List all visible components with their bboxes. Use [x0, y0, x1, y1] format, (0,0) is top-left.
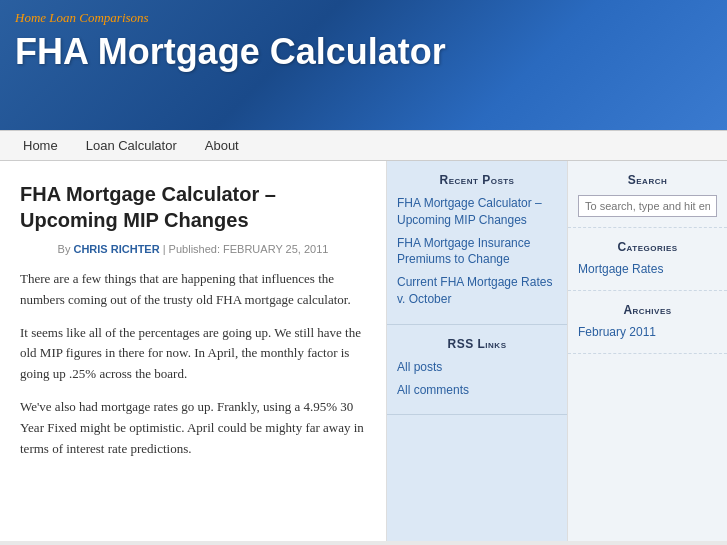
meta-author[interactable]: CHRIS RICHTER [73, 243, 159, 255]
recent-post-0[interactable]: FHA Mortgage Calculator – Upcoming MIP C… [397, 195, 557, 229]
archives-section: Archives February 2011 [568, 291, 727, 354]
left-sidebar: Recent Posts FHA Mortgage Calculator – U… [387, 161, 567, 541]
paragraph-2: It seems like all of the percentages are… [20, 323, 366, 385]
rss-section: RSS Links All posts All comments [387, 325, 567, 416]
main-nav: Home Loan Calculator About [0, 130, 727, 161]
nav-item-about[interactable]: About [192, 131, 252, 160]
archives-title: Archives [578, 303, 717, 317]
site-title: FHA Mortgage Calculator [15, 31, 712, 73]
recent-posts-title: Recent Posts [397, 173, 557, 187]
paragraph-3: We've also had mortgage rates go up. Fra… [20, 397, 366, 459]
rss-title: RSS Links [397, 337, 557, 351]
main-container: FHA Mortgage Calculator – Upcoming MIP C… [0, 161, 727, 541]
site-header: Home Loan Comparisons FHA Mortgage Calcu… [0, 0, 727, 130]
article-body: There are a few things that are happenin… [20, 269, 366, 459]
paragraph-1: There are a few things that are happenin… [20, 269, 366, 311]
search-input[interactable] [578, 195, 717, 217]
meta-by: By [58, 243, 74, 255]
categories-title: Categories [578, 240, 717, 254]
recent-posts-section: Recent Posts FHA Mortgage Calculator – U… [387, 161, 567, 325]
recent-post-2[interactable]: Current FHA Mortgage Rates v. October [397, 274, 557, 308]
site-tagline: Home Loan Comparisons [15, 10, 712, 26]
article-content: FHA Mortgage Calculator – Upcoming MIP C… [0, 161, 387, 541]
search-title: Search [578, 173, 717, 187]
category-mortgage-rates[interactable]: Mortgage Rates [578, 262, 717, 276]
categories-section: Categories Mortgage Rates [568, 228, 727, 291]
meta-published: | Published: FEBRUARY 25, 2011 [160, 243, 329, 255]
rss-all-comments[interactable]: All comments [397, 382, 557, 399]
nav-item-loan-calculator[interactable]: Loan Calculator [73, 131, 190, 160]
nav-item-home[interactable]: Home [10, 131, 71, 160]
rss-all-posts[interactable]: All posts [397, 359, 557, 376]
right-sidebar: Search Categories Mortgage Rates Archive… [567, 161, 727, 541]
recent-post-1[interactable]: FHA Mortgage Insurance Premiums to Chang… [397, 235, 557, 269]
search-section: Search [568, 161, 727, 228]
article-meta: By CHRIS RICHTER | Published: FEBRUARY 2… [20, 243, 366, 255]
article-title: FHA Mortgage Calculator – Upcoming MIP C… [20, 181, 366, 233]
archive-feb-2011[interactable]: February 2011 [578, 325, 717, 339]
